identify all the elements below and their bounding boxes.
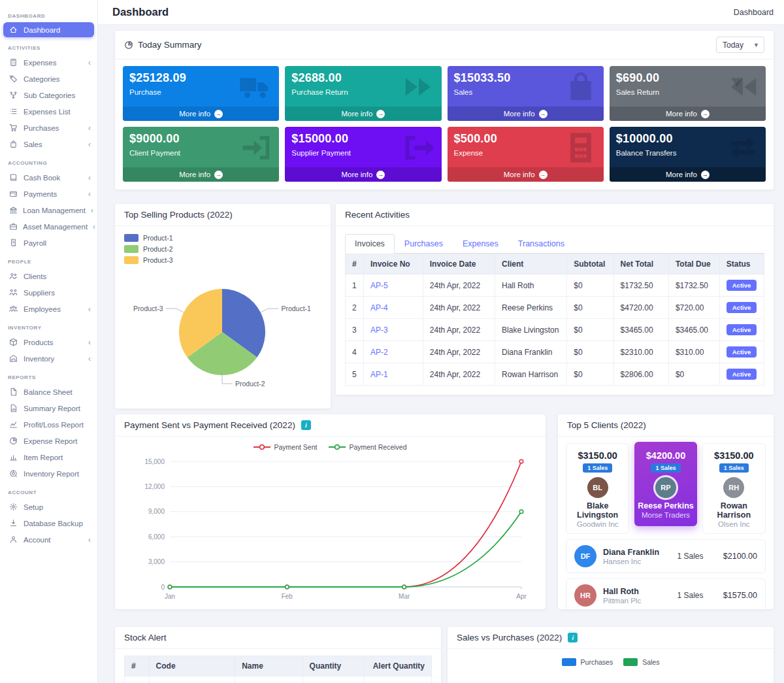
- tag-icon: [9, 75, 18, 83]
- pie-slice-label: Product-3: [133, 305, 163, 312]
- invoice-link[interactable]: AP-4: [370, 303, 388, 312]
- avatar: HR: [574, 584, 596, 607]
- legend-item[interactable]: Product-3: [124, 256, 321, 264]
- branch-icon: [9, 91, 18, 99]
- range-select[interactable]: Today ▼: [716, 37, 764, 53]
- gear-icon: [9, 503, 18, 511]
- sidebar-item-purchases[interactable]: Purchases‹: [0, 120, 97, 136]
- line-series: [170, 461, 521, 587]
- client-amount: $2100.00: [723, 552, 757, 561]
- table-cell: 24th Apr, 2022: [423, 297, 495, 319]
- sidebar-item-label: Purchases: [24, 124, 83, 132]
- top-products-title: Top Selling Products (2022): [124, 210, 233, 220]
- sidebar-item-payments[interactable]: Payments‹: [0, 186, 97, 202]
- table-row: 4AP-224th Apr, 2022Diana Franklin$0$2310…: [346, 341, 764, 363]
- info-icon[interactable]: i: [568, 633, 578, 642]
- summary-card-grid: $25128.09 Purchase More info → $2688.00 …: [115, 59, 774, 190]
- invoice-link[interactable]: AP-1: [370, 370, 388, 379]
- sidebar-item-asset-management[interactable]: Asset Management‹: [0, 218, 97, 235]
- table-cell: 24th Apr, 2022: [423, 275, 495, 297]
- sidebar-item-employees[interactable]: Employees‹: [0, 301, 97, 317]
- arrow-circle-right-icon: →: [214, 110, 223, 118]
- stock-alert-title: Stock Alert: [124, 633, 167, 642]
- table-cell: $4720.00: [613, 297, 668, 319]
- sidebar-item-expense-report[interactable]: Expense Report: [0, 433, 97, 449]
- table-cell: $0: [567, 319, 613, 341]
- arrow-circle-right-icon: →: [701, 110, 710, 118]
- stock-alert-card: Stock Alert #CodeNameQuantityAlert Quant…: [115, 627, 441, 683]
- pie-leader-line: [222, 375, 233, 384]
- more-info-label: More info: [341, 110, 372, 118]
- sidebar-item-inventory-report[interactable]: Inventory Report: [0, 465, 97, 482]
- more-info-button[interactable]: More info →: [285, 167, 441, 182]
- sidebar-item-cash-book[interactable]: Cash Book‹: [0, 169, 97, 186]
- legend-item[interactable]: Payment Sent: [253, 443, 317, 451]
- more-info-button[interactable]: More info →: [610, 107, 766, 121]
- column-header: Invoice No: [363, 254, 423, 275]
- table-cell: Blake Livingston: [495, 319, 567, 341]
- more-info-button[interactable]: More info →: [448, 167, 604, 182]
- tab-transactions[interactable]: Transactions: [508, 234, 574, 254]
- tab-purchases[interactable]: Purchases: [395, 234, 453, 254]
- sidebar-item-sales[interactable]: Sales‹: [0, 136, 97, 152]
- receipt-icon: [9, 239, 18, 247]
- y-axis-tick: 6,000: [148, 533, 165, 541]
- legend-item[interactable]: Sales: [623, 658, 659, 666]
- sidebar-item-loan-management[interactable]: Loan Management‹: [0, 202, 97, 218]
- sidebar-item-dashboard[interactable]: Dashboard: [3, 22, 94, 37]
- legend-item[interactable]: Product-1: [124, 234, 321, 242]
- sidebar-item-summary-report[interactable]: Summary Report: [0, 400, 97, 416]
- sidebar-section-label: Dashboard: [0, 5, 97, 22]
- more-info-button[interactable]: More info →: [448, 107, 604, 121]
- sidebar-item-database-backup[interactable]: Database Backup: [0, 515, 97, 531]
- invoice-link[interactable]: AP-5: [370, 281, 388, 290]
- table-cell: 3: [346, 319, 364, 341]
- table-cell: $0: [567, 275, 613, 297]
- sidebar-section-label: Accounting: [0, 152, 97, 169]
- more-info-button[interactable]: More info →: [123, 107, 279, 121]
- info-icon[interactable]: i: [301, 420, 311, 430]
- sidebar-item-setup[interactable]: Setup: [0, 499, 97, 515]
- sidebar-item-account[interactable]: Account‹: [0, 531, 97, 548]
- tab-invoices[interactable]: Invoices: [345, 234, 395, 254]
- table-cell: $310.00: [668, 341, 719, 363]
- sales-purchases-legend: PurchasesSales: [448, 658, 774, 666]
- more-info-button[interactable]: More info →: [285, 107, 441, 121]
- legend-item[interactable]: Payment Received: [329, 443, 406, 451]
- featured-client-card: $3150.00 1 Sales BL Blake Livingston Goo…: [566, 443, 629, 534]
- sidebar-item-inventory[interactable]: Inventory‹: [0, 350, 97, 367]
- sidebar-item-expenses[interactable]: Expenses‹: [0, 54, 97, 71]
- more-info-button[interactable]: More info →: [610, 167, 766, 182]
- summary-card-purchase-return: $2688.00 Purchase Return More info →: [285, 66, 441, 121]
- client-list: DF Diana Franklin Hansen Inc 1 Sales $21…: [558, 537, 774, 619]
- book-icon: [9, 173, 18, 182]
- summary-card-body: $15033.50 Sales: [448, 66, 604, 107]
- chevron-down-icon: ▼: [753, 42, 759, 48]
- sidebar-item-label: Categories: [24, 75, 91, 83]
- sidebar-item-sub-categories[interactable]: Sub Categories: [0, 87, 97, 103]
- table-cell: 1: [125, 676, 150, 683]
- table-header-row: #CodeNameQuantityAlert Quantity: [125, 656, 432, 676]
- client-amount: $3150.00: [568, 450, 627, 461]
- invoice-link[interactable]: AP-3: [370, 325, 388, 335]
- pie-legend: Product-1Product-2Product-3: [115, 226, 331, 264]
- calculator-icon: [562, 130, 600, 168]
- sidebar-item-categories[interactable]: Categories: [0, 71, 97, 87]
- sidebar-item-item-report[interactable]: Item Report: [0, 449, 97, 465]
- invoice-link[interactable]: AP-2: [370, 348, 388, 357]
- tab-expenses[interactable]: Expenses: [453, 234, 508, 254]
- legend-item[interactable]: Purchases: [562, 658, 613, 666]
- x-axis-label: Mar: [399, 593, 410, 600]
- sidebar-item-expenses-list[interactable]: Expenses List: [0, 103, 97, 120]
- more-info-button[interactable]: More info →: [123, 167, 279, 182]
- sidebar-item-products[interactable]: Products‹: [0, 334, 97, 350]
- sidebar-item-clients[interactable]: Clients: [0, 268, 97, 284]
- sidebar-item-suppliers[interactable]: Suppliers: [0, 284, 97, 301]
- sidebar-item-balance-sheet[interactable]: Balance Sheet: [0, 384, 97, 400]
- chevron-left-icon: ‹: [88, 339, 91, 346]
- sidebar-item-profit-loss-report[interactable]: Profit/Loss Report: [0, 416, 97, 433]
- table-cell: 24th Apr, 2022: [423, 363, 495, 386]
- breadcrumb[interactable]: Dashboard: [734, 8, 774, 17]
- sidebar-item-payroll[interactable]: Payroll: [0, 235, 97, 251]
- legend-item[interactable]: Product-2: [124, 245, 321, 253]
